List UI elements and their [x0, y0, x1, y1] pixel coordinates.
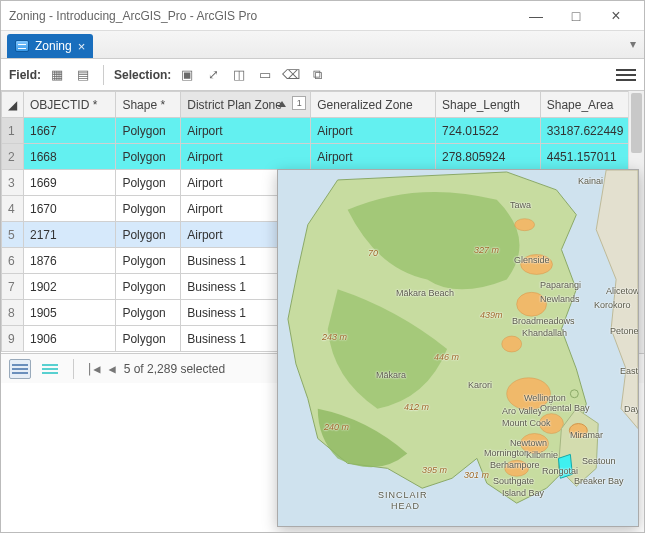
cell-shape-length[interactable]: 278.805924	[435, 144, 540, 170]
col-district-plan-zone[interactable]: District Plan Zone 1	[181, 92, 311, 118]
row-handle-cell[interactable]: 9	[2, 326, 24, 352]
cell-district[interactable]: Airport	[181, 118, 311, 144]
window-close-button[interactable]: ×	[596, 7, 636, 25]
map-label: Mount Cook	[502, 418, 551, 428]
field-label: Field:	[9, 68, 41, 82]
map-canvas	[278, 170, 638, 526]
col-shape[interactable]: Shape *	[116, 92, 181, 118]
table-row[interactable]: 11667PolygonAirportAirport724.0152233187…	[2, 118, 644, 144]
menu-button[interactable]	[616, 65, 636, 85]
sort-rank-badge: 1	[292, 96, 306, 110]
cell-district[interactable]: Airport	[181, 144, 311, 170]
cell-general[interactable]: Airport	[311, 118, 436, 144]
row-handle-cell[interactable]: 6	[2, 248, 24, 274]
cell-shape[interactable]: Polygon	[116, 274, 181, 300]
clear-sel-button[interactable]: ▭	[255, 65, 275, 85]
select-by-attr-button[interactable]: ▣	[177, 65, 197, 85]
separator-icon	[103, 65, 104, 85]
map-label: Newlands	[540, 294, 580, 304]
window-title: Zoning - Introducing_ArcGIS_Pro - ArcGIS…	[9, 9, 516, 23]
cell-shape[interactable]: Polygon	[116, 144, 181, 170]
cell-shape[interactable]: Polygon	[116, 300, 181, 326]
cell-shape[interactable]: Polygon	[116, 248, 181, 274]
cell-objectid[interactable]: 1902	[24, 274, 116, 300]
row-handle-cell[interactable]: 7	[2, 274, 24, 300]
map-label: Karori	[468, 380, 492, 390]
nav-first-button[interactable]: |◀	[86, 362, 100, 376]
map-label: Korokoro	[594, 300, 631, 310]
col-objectid[interactable]: OBJECTID *	[24, 92, 116, 118]
window-minimize-button[interactable]: —	[516, 8, 556, 24]
map-label: Newtown	[510, 438, 547, 448]
map-label: Paparangi	[540, 280, 581, 290]
map-label: Petone	[610, 326, 639, 336]
map-view[interactable]: Tawa Glenside Mākara Beach Paparangi New…	[277, 169, 639, 527]
tab-label: Zoning	[35, 39, 72, 53]
map-alt-label: 395 m	[422, 465, 447, 475]
field-calc-button[interactable]: ▤	[73, 65, 93, 85]
map-label: Oriental Bay	[540, 403, 590, 413]
cell-shape-length[interactable]: 724.01522	[435, 118, 540, 144]
show-all-button[interactable]	[9, 359, 31, 379]
cell-shape[interactable]: Polygon	[116, 196, 181, 222]
cell-shape[interactable]: Polygon	[116, 222, 181, 248]
nav-prev-button[interactable]: ◀	[108, 362, 115, 376]
map-label: HEAD	[391, 501, 420, 511]
col-shape-length[interactable]: Shape_Length	[435, 92, 540, 118]
cell-objectid[interactable]: 2171	[24, 222, 116, 248]
cell-general[interactable]: Airport	[311, 144, 436, 170]
map-label: Berhampore	[490, 460, 540, 470]
switch-sel-button[interactable]: ◫	[229, 65, 249, 85]
show-selected-button[interactable]	[39, 359, 61, 379]
map-label: Aro Valley	[502, 406, 542, 416]
cell-objectid[interactable]: 1876	[24, 248, 116, 274]
map-label: Alicetown	[606, 286, 639, 296]
cell-objectid[interactable]: 1667	[24, 118, 116, 144]
map-label: Eastb	[620, 366, 639, 376]
scroll-thumb[interactable]	[631, 93, 642, 153]
cell-objectid[interactable]: 1670	[24, 196, 116, 222]
row-handle-cell[interactable]: 1	[2, 118, 24, 144]
delete-sel-button[interactable]: ⌫	[281, 65, 301, 85]
field-add-button[interactable]: ▦	[47, 65, 67, 85]
cell-objectid[interactable]: 1905	[24, 300, 116, 326]
map-alt-label: 412 m	[404, 402, 429, 412]
cell-objectid[interactable]: 1669	[24, 170, 116, 196]
map-label: Khandallah	[522, 328, 567, 338]
cell-objectid[interactable]: 1906	[24, 326, 116, 352]
selection-label: Selection:	[114, 68, 171, 82]
map-label: Tawa	[510, 200, 531, 210]
col-generalized-zone[interactable]: Generalized Zone	[311, 92, 436, 118]
pane-options-icon[interactable]: ▾	[630, 37, 636, 51]
row-handle-cell[interactable]: 3	[2, 170, 24, 196]
map-alt-label: 70	[368, 248, 378, 258]
table-row[interactable]: 21668PolygonAirportAirport278.8059244451…	[2, 144, 644, 170]
tab-zoning[interactable]: Zoning ×	[7, 34, 93, 58]
map-label: Miramar	[570, 430, 603, 440]
zoom-to-sel-button[interactable]: ⤢	[203, 65, 223, 85]
row-handle-cell[interactable]: 5	[2, 222, 24, 248]
map-label: Breaker Bay	[574, 476, 624, 486]
row-selector-header[interactable]: ◢	[2, 92, 24, 118]
map-label: Kilbirnie	[526, 450, 558, 460]
cell-shape[interactable]: Polygon	[116, 170, 181, 196]
copy-sel-button[interactable]: ⧉	[307, 65, 327, 85]
tab-strip: Zoning × ▾	[1, 31, 644, 59]
column-header-row: ◢ OBJECTID * Shape * District Plan Zone …	[2, 92, 644, 118]
window-titlebar: Zoning - Introducing_ArcGIS_Pro - ArcGIS…	[1, 1, 644, 31]
cell-shape[interactable]: Polygon	[116, 118, 181, 144]
map-label: Southgate	[493, 476, 534, 486]
cell-shape[interactable]: Polygon	[116, 326, 181, 352]
row-handle-cell[interactable]: 2	[2, 144, 24, 170]
window-maximize-button[interactable]: □	[556, 8, 596, 24]
map-alt-label: 301 m	[464, 470, 489, 480]
selection-count: 5 of 2,289 selected	[124, 362, 225, 376]
row-handle-cell[interactable]: 4	[2, 196, 24, 222]
row-handle-cell[interactable]: 8	[2, 300, 24, 326]
table-icon	[15, 40, 29, 52]
map-alt-label: 243 m	[322, 332, 347, 342]
separator-icon	[73, 359, 74, 379]
tab-close-icon[interactable]: ×	[78, 40, 86, 53]
cell-objectid[interactable]: 1668	[24, 144, 116, 170]
map-label: Mākara Beach	[396, 288, 454, 298]
